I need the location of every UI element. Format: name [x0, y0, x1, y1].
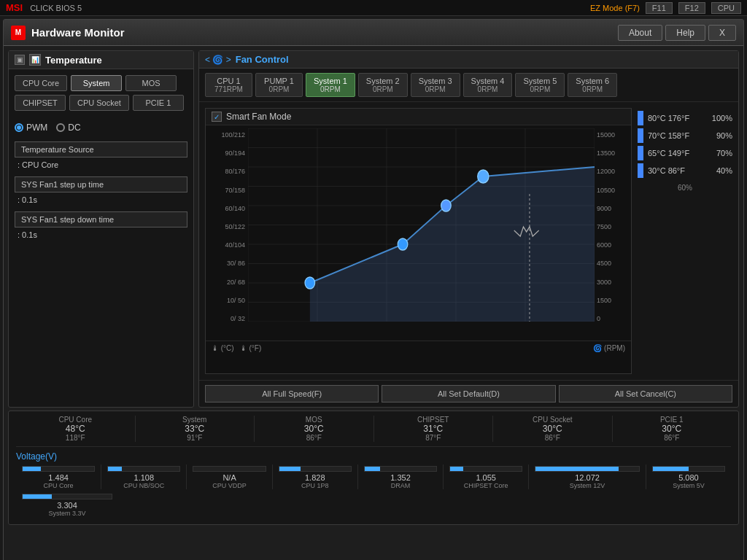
cpu-btn[interactable]: CPU — [711, 2, 741, 14]
mos-btn[interactable]: MOS — [125, 75, 177, 91]
fan1-step-up-value: : 0.1s — [15, 195, 187, 204]
fan-back-btn[interactable]: < 🌀 > — [205, 55, 231, 65]
fan-tab-system2[interactable]: System 2 0RPM — [358, 73, 408, 97]
voltage-row-1: 1.484 CPU Core 1.108 CPU NB/SOC N/A CPU … — [16, 464, 731, 489]
legend-temps-65: 65°C 149°F — [648, 149, 689, 158]
window-icon: M — [11, 26, 26, 40]
y-labels-left: 100/21290/19480/17670/15860/14050/12240/… — [207, 131, 245, 322]
legend-bar-65 — [638, 146, 643, 160]
fan1-step-up-box[interactable]: SYS Fan1 step up time — [15, 176, 187, 192]
voltage-system-5v: 5.080 System 5V — [646, 464, 731, 489]
pcie1-btn[interactable]: PCIE 1 — [133, 95, 184, 111]
rpm-unit: 🌀 (RPM) — [593, 344, 625, 352]
content-area: ▣ 📊 Temperature CPU Core System MOS CHIP… — [4, 46, 743, 560]
fan-tab-system1[interactable]: System 1 0RPM — [306, 73, 355, 97]
sensor-mos: MOS 30°C 86°F — [255, 416, 374, 442]
temp-header-icon: 📊 — [29, 54, 41, 66]
ez-mode-label: EZ Mode (F7) — [590, 4, 640, 12]
svg-point-20 — [441, 200, 452, 211]
bios-title: CLICK BIOS 5 — [30, 4, 82, 12]
temp-unit-f: 🌡 (°F) — [240, 344, 262, 352]
window-buttons: About Help X — [618, 25, 736, 41]
msi-logo: MSI — [6, 2, 23, 13]
legend-mid-label: 60% — [638, 181, 732, 195]
voltage-cpu-1p8: 1.828 CPU 1P8 — [273, 464, 358, 489]
all-full-speed-btn[interactable]: All Full Speed(F) — [205, 385, 379, 402]
sensor-pcie1: PCIE 1 30°C 86°F — [613, 416, 732, 442]
fan-tab-system5[interactable]: System 5 0RPM — [515, 73, 565, 97]
legend-bar-30 — [638, 163, 643, 178]
fan-chart-wrapper: ✓ Smart Fan Mode 100/21290/19480/17670/1… — [205, 108, 632, 374]
all-set-cancel-btn[interactable]: All Set Cancel(C) — [559, 385, 732, 402]
temperature-panel: ▣ 📊 Temperature CPU Core System MOS CHIP… — [8, 50, 194, 408]
pwm-label: PWM — [26, 122, 47, 133]
dc-radio[interactable]: DC — [56, 122, 80, 133]
temperature-label: Temperature — [45, 55, 102, 66]
sensor-cpu-core: CPU Core 48°C 118°F — [16, 416, 136, 442]
fan1-step-down-value: : 0.1s — [15, 230, 187, 239]
all-set-default-btn[interactable]: All Set Default(D) — [382, 385, 555, 402]
fan-legend: 80°C 176°F 100% 70°C 158°F 90% 65°C 149°… — [638, 108, 732, 374]
fan-control-panel: < 🌀 > Fan Control CPU 1 771RPM PUMP 1 0R… — [198, 50, 739, 408]
sensor-chipset: CHIPSET 31°C 87°F — [374, 416, 494, 442]
top-bar-right: EZ Mode (F7) F11 F12 CPU — [590, 2, 741, 14]
dc-label: DC — [68, 122, 80, 133]
temperature-source-value: : CPU Core — [15, 160, 187, 169]
legend-bar-70 — [638, 128, 643, 143]
system-btn[interactable]: System — [71, 75, 122, 91]
legend-percent-65: 70% — [716, 149, 732, 158]
svg-point-19 — [398, 238, 408, 250]
legend-row-65: 65°C 149°F 70% — [638, 146, 732, 160]
voltage-cpu-core: 1.484 CPU Core — [16, 464, 101, 489]
cpu-core-btn[interactable]: CPU Core — [15, 75, 67, 91]
fan-tab-pump1[interactable]: PUMP 1 0RPM — [255, 73, 303, 97]
voltage-row-2: 3.304 System 3.3V — [16, 492, 118, 517]
smart-fan-header: ✓ Smart Fan Mode — [206, 109, 631, 125]
legend-percent-80: 100% — [712, 114, 732, 122]
temperature-buttons: CPU Core System MOS CHIPSET CPU Socket P… — [9, 69, 193, 117]
about-button[interactable]: About — [618, 25, 662, 41]
pwm-radio-circle[interactable] — [15, 123, 23, 132]
close-button[interactable]: X — [708, 25, 736, 41]
f11-btn[interactable]: F11 — [646, 2, 673, 14]
top-panels: ▣ 📊 Temperature CPU Core System MOS CHIP… — [8, 50, 739, 408]
status-bar: CPU Core 48°C 118°F System 33°C 91°F MOS… — [8, 411, 739, 525]
temperature-graph-area: PWM DC Temperature Source : CPU Core SYS… — [9, 117, 193, 407]
pwm-radio[interactable]: PWM — [15, 122, 47, 133]
legend-percent-30: 40% — [716, 166, 732, 175]
temperature-panel-header: ▣ 📊 Temperature — [9, 51, 193, 69]
window-title: Hardware Monitor — [31, 26, 125, 39]
temp-unit-c: 🌡 (°C) — [212, 344, 234, 352]
dc-radio-circle[interactable] — [56, 123, 65, 132]
legend-row-70: 70°C 158°F 90% — [638, 128, 732, 143]
sensor-system: System 33°C 91°F — [136, 416, 255, 442]
voltage-chipset-core: 1.055 CHIPSET Core — [444, 464, 529, 489]
cpu-socket-btn[interactable]: CPU Socket — [69, 95, 129, 111]
smart-fan-checkbox[interactable]: ✓ — [212, 112, 222, 122]
temp-collapse-btn[interactable]: ▣ — [15, 55, 25, 65]
fan-tab-cpu1[interactable]: CPU 1 771RPM — [205, 73, 252, 97]
legend-row-80: 80°C 176°F 100% — [638, 111, 732, 125]
pwm-dc-row: PWM DC — [15, 122, 187, 133]
legend-temps-30: 30°C 86°F — [648, 166, 685, 175]
temperature-source-box[interactable]: Temperature Source — [15, 141, 187, 158]
voltage-dram: 1.352 DRAM — [358, 464, 444, 489]
fan-tab-system4[interactable]: System 4 0RPM — [463, 73, 513, 97]
fan-tabs: CPU 1 771RPM PUMP 1 0RPM System 1 0RPM S… — [199, 69, 738, 102]
f12-btn[interactable]: F12 — [678, 2, 705, 14]
chipset-btn[interactable]: CHIPSET — [15, 95, 66, 111]
svg-point-18 — [305, 277, 315, 289]
legend-bar-80 — [638, 111, 643, 125]
fan-tab-system3[interactable]: System 3 0RPM — [411, 73, 460, 97]
fan-tab-system6[interactable]: System 6 0RPM — [568, 73, 617, 97]
legend-percent-70: 90% — [716, 131, 732, 140]
fan-control-header: < 🌀 > Fan Control — [199, 51, 738, 69]
fan1-step-down-box[interactable]: SYS Fan1 step down time — [15, 211, 187, 228]
chart-footer: 🌡 (°C) 🌡 (°F) 🌀 (RPM) — [206, 341, 631, 355]
help-button[interactable]: Help — [665, 25, 705, 41]
svg-point-21 — [478, 170, 489, 183]
hardware-monitor-window: M Hardware Monitor About Help X ▣ 📊 Temp… — [3, 19, 744, 560]
fan-chart-svg[interactable] — [248, 128, 595, 322]
fan-bottom-buttons: All Full Speed(F) All Set Default(D) All… — [199, 380, 738, 407]
voltage-cpu-nb-soc: 1.108 CPU NB/SOC — [101, 464, 187, 489]
